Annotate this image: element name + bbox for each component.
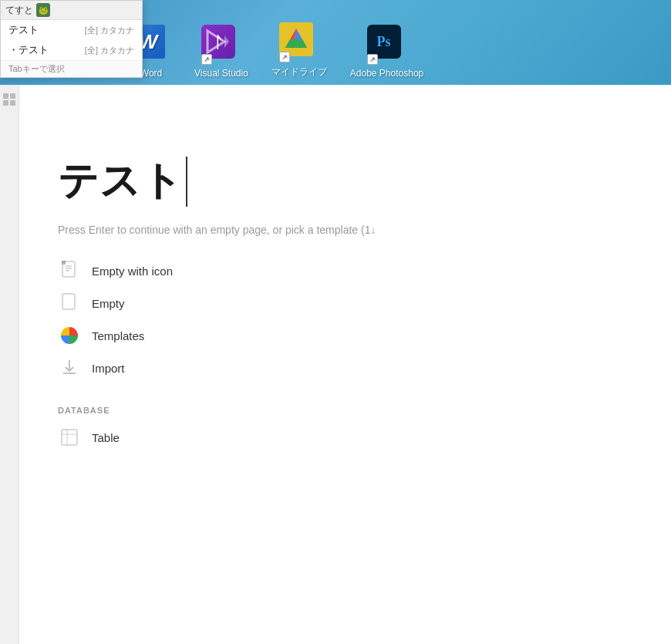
autocomplete-item-0[interactable]: テスト [全] カタカナ xyxy=(1,20,142,40)
desktop-icon-ps[interactable]: Ps ↗ Adobe Photoshop xyxy=(350,25,423,79)
template-options: ≡ Empty with icon Empty xyxy=(58,255,632,384)
sidebar-icon xyxy=(0,93,19,106)
autocomplete-item-text-1: ・テスト xyxy=(8,43,49,57)
drive-icon-label: マイドライブ xyxy=(271,66,327,79)
svg-rect-11 xyxy=(3,100,8,106)
autocomplete-footer: Tabキーで選択 xyxy=(1,60,142,77)
svg-rect-10 xyxy=(10,93,15,99)
svg-rect-23 xyxy=(62,430,77,445)
svg-rect-19 xyxy=(62,294,75,309)
text-cursor xyxy=(186,157,187,207)
import-label: Import xyxy=(92,362,125,375)
template-option-empty-with-icon[interactable]: ≡ Empty with icon xyxy=(58,255,632,287)
sidebar-strip xyxy=(0,85,19,644)
svg-rect-12 xyxy=(10,100,15,106)
ps-icon-label: Adobe Photoshop xyxy=(350,68,423,79)
templates-icon xyxy=(58,324,81,347)
empty-label: Empty xyxy=(92,297,125,310)
empty-icon xyxy=(58,292,81,315)
hint-text: Press Enter to continue with an empty pa… xyxy=(58,224,632,236)
content-area: テスト Press Enter to continue with an empt… xyxy=(19,85,671,644)
database-item-table[interactable]: Table xyxy=(58,421,632,453)
desktop-bar: てすと 🐸 テスト [全] カタカナ ・テスト [全] カタカナ Tabキーで選… xyxy=(0,0,671,85)
database-section-header: DATABASE xyxy=(58,406,632,415)
template-option-templates[interactable]: Templates xyxy=(58,319,632,352)
desktop-icon-vs[interactable]: ᛚ ↗ Visual Studio xyxy=(194,25,248,79)
frog-icon: 🐸 xyxy=(36,3,50,17)
empty-with-icon-label: Empty with icon xyxy=(92,265,173,278)
autocomplete-item-tag-0: [全] カタカナ xyxy=(85,25,134,36)
shortcut-arrow-vs: ↗ xyxy=(201,54,212,65)
table-icon xyxy=(58,426,81,449)
import-icon xyxy=(58,356,81,379)
autocomplete-item-text-0: テスト xyxy=(8,23,39,37)
desktop-icon-drive[interactable]: ↗ マイドライブ xyxy=(271,22,327,79)
autocomplete-item-tag-1: [全] カタカナ xyxy=(85,45,134,56)
autocomplete-header: てすと 🐸 xyxy=(1,1,142,20)
page-title: テスト xyxy=(58,154,183,208)
templates-label: Templates xyxy=(92,329,144,342)
main-content: テスト Press Enter to continue with an empt… xyxy=(0,85,671,644)
autocomplete-popup: てすと 🐸 テスト [全] カタカナ ・テスト [全] カタカナ Tabキーで選… xyxy=(0,0,143,78)
template-option-empty[interactable]: Empty xyxy=(58,287,632,319)
vs-icon-label: Visual Studio xyxy=(194,68,248,79)
shortcut-arrow-drive: ↗ xyxy=(279,52,290,62)
shortcut-arrow-ps: ↗ xyxy=(367,54,378,65)
svg-rect-9 xyxy=(3,93,8,99)
word-icon-label: Word xyxy=(140,68,162,79)
empty-with-icon-icon: ≡ xyxy=(58,259,81,282)
autocomplete-input-text: てすと xyxy=(5,4,33,17)
template-option-import[interactable]: Import xyxy=(58,352,632,384)
table-label: Table xyxy=(92,431,120,444)
title-area: テスト xyxy=(58,154,632,208)
autocomplete-item-1[interactable]: ・テスト [全] カタカナ xyxy=(1,40,142,60)
